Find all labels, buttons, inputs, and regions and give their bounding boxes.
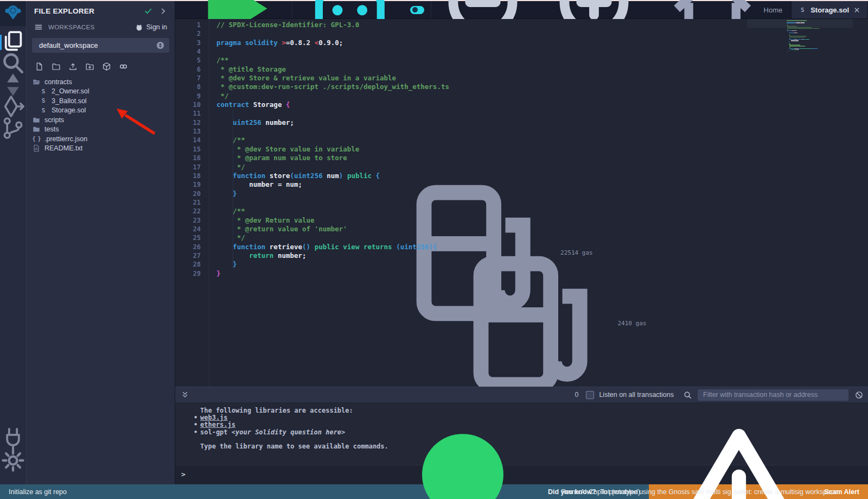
line-number: 7 bbox=[175, 74, 209, 83]
gear-icon bbox=[0, 447, 26, 476]
filter-input[interactable] bbox=[698, 389, 848, 401]
tree-item-3-ballot-sol[interactable]: S3_Ballot.sol bbox=[27, 96, 175, 106]
init-git-repo-button[interactable]: Initialize as git repo bbox=[0, 488, 67, 496]
line-number: 10 bbox=[175, 100, 209, 109]
terminal-link[interactable]: ethers.js bbox=[200, 421, 235, 428]
line-number: 28 bbox=[175, 260, 209, 269]
sign-in-button[interactable]: Sign in bbox=[135, 23, 167, 31]
line-number: 5 bbox=[175, 56, 209, 65]
tab-home[interactable]: Home bbox=[656, 1, 791, 18]
code-line: */ bbox=[216, 92, 868, 100]
clear-console-icon[interactable] bbox=[855, 391, 863, 399]
tab-bar: Home S Storage.sol bbox=[175, 1, 868, 19]
file-tree: contractsS2_Owner.solS3_Ballot.solSStora… bbox=[27, 75, 175, 153]
solidity-file-icon: S bbox=[40, 106, 47, 114]
code-line: /** bbox=[216, 56, 868, 65]
code-line bbox=[216, 29, 868, 38]
lightbulb-icon bbox=[381, 410, 544, 499]
tree-item--prettierrc-json[interactable]: { }.prettierrc.json bbox=[27, 134, 175, 144]
line-number: 6 bbox=[175, 65, 209, 74]
github-icon bbox=[135, 23, 143, 31]
tree-item-storage-sol[interactable]: SStorage.sol bbox=[27, 106, 175, 116]
rail-item-source-control[interactable] bbox=[0, 118, 26, 140]
solidity-file-icon: S bbox=[40, 97, 47, 105]
solidity-file-icon: S bbox=[40, 87, 47, 95]
ai-copilot-button[interactable] bbox=[294, 1, 406, 18]
new-folder-icon[interactable] bbox=[52, 62, 61, 71]
tree-item-label: 3_Ballot.sol bbox=[52, 97, 87, 105]
line-number: 22 bbox=[175, 207, 209, 216]
terminal-search-icon[interactable] bbox=[684, 391, 692, 399]
toggle-on-icon bbox=[410, 6, 424, 14]
workspaces-menu-icon[interactable] bbox=[34, 23, 43, 31]
tree-item-contracts[interactable]: contracts bbox=[27, 77, 175, 87]
tree-item-label: contracts bbox=[44, 78, 72, 86]
gas-pump-icon bbox=[452, 243, 615, 387]
copilot-toggle[interactable] bbox=[406, 1, 429, 18]
did-you-know-tip: Did you know? To prototype using the Gno… bbox=[381, 410, 840, 499]
code-editor[interactable]: 1234567891011121314151617181920212223242… bbox=[175, 19, 868, 387]
sign-in-label: Sign in bbox=[146, 23, 167, 31]
zoom-in-button[interactable] bbox=[545, 1, 656, 18]
close-tab-icon[interactable] bbox=[853, 7, 860, 14]
line-number: 4 bbox=[175, 47, 209, 56]
line-number: 9 bbox=[175, 92, 209, 100]
line-number: 11 bbox=[175, 109, 209, 118]
tree-item-readme-txt[interactable]: README.txt bbox=[27, 144, 175, 154]
code-line: pragma solidity >=0.8.2 <0.9.0; bbox=[216, 39, 868, 47]
icon-rail bbox=[0, 1, 27, 484]
folder-icon bbox=[33, 116, 40, 124]
tree-item-tests[interactable]: tests bbox=[27, 125, 175, 135]
tree-item-label: .prettierrc.json bbox=[44, 135, 87, 143]
remix-logo-icon bbox=[4, 3, 22, 24]
tree-item-label: Storage.sol bbox=[52, 106, 86, 114]
line-number: 20 bbox=[175, 190, 209, 198]
cube-icon[interactable] bbox=[102, 62, 111, 71]
code-line bbox=[216, 109, 868, 118]
code-line bbox=[216, 127, 868, 136]
workspace-ok-icon bbox=[144, 7, 152, 15]
home-label: Home bbox=[764, 6, 783, 14]
solidity-file-icon: S bbox=[799, 6, 806, 14]
upload-file-icon[interactable] bbox=[68, 62, 78, 71]
listen-checkbox[interactable] bbox=[586, 391, 594, 399]
folder-icon bbox=[33, 125, 40, 133]
file-text-icon bbox=[33, 144, 40, 152]
listen-label: Listen on all transactions bbox=[599, 391, 674, 399]
tip-label: Did you know? bbox=[548, 488, 596, 496]
upload-folder-icon[interactable] bbox=[85, 62, 94, 71]
terminal-link[interactable]: web3.js bbox=[200, 414, 228, 421]
collapse-panel-icon[interactable] bbox=[159, 7, 167, 15]
code-line: * @param num value to store bbox=[216, 154, 868, 162]
run-script-button[interactable] bbox=[175, 1, 290, 18]
tip-text: To prototype using the Gnosis safe multi… bbox=[600, 488, 840, 496]
file-explorer-panel: FILE EXPLORER WORKSPACES Sign in default… bbox=[27, 1, 175, 484]
json-icon: { } bbox=[33, 135, 40, 143]
zoom-out-button[interactable] bbox=[433, 1, 545, 18]
new-file-icon[interactable] bbox=[35, 62, 44, 71]
gas-estimate-badge: 2410 gas bbox=[452, 243, 646, 387]
line-number: 13 bbox=[175, 127, 209, 136]
terminal-expand-icon[interactable] bbox=[181, 390, 189, 399]
line-number: 17 bbox=[175, 163, 209, 172]
code-line: uint256 number; bbox=[216, 118, 868, 127]
code-line: contract Storage { bbox=[216, 100, 868, 109]
line-number: 14 bbox=[175, 136, 209, 144]
line-number: 8 bbox=[175, 83, 209, 91]
line-number: 27 bbox=[175, 251, 209, 260]
code-line: * @dev Store value in variable bbox=[216, 145, 868, 154]
tree-item-scripts[interactable]: scripts bbox=[27, 115, 175, 125]
folder-open-icon bbox=[33, 78, 40, 86]
tree-item-2-owner-sol[interactable]: S2_Owner.sol bbox=[27, 87, 175, 97]
link-icon[interactable] bbox=[119, 62, 128, 71]
workspace-select[interactable]: default_workspace bbox=[32, 38, 169, 53]
code-line: * @custom:dev-run-script ./scripts/deplo… bbox=[216, 83, 868, 91]
code-area[interactable]: // SPDX-License-Identifier: GPL-3.0pragm… bbox=[209, 19, 868, 387]
editor-minimap[interactable] bbox=[787, 20, 847, 52]
line-number: 26 bbox=[175, 243, 209, 251]
code-line: */ bbox=[216, 163, 868, 172]
tab-storage-sol[interactable]: S Storage.sol bbox=[791, 1, 868, 18]
rail-item-settings[interactable] bbox=[0, 451, 26, 472]
workspaces-label: WORKSPACES bbox=[48, 24, 135, 30]
code-line bbox=[216, 47, 868, 56]
